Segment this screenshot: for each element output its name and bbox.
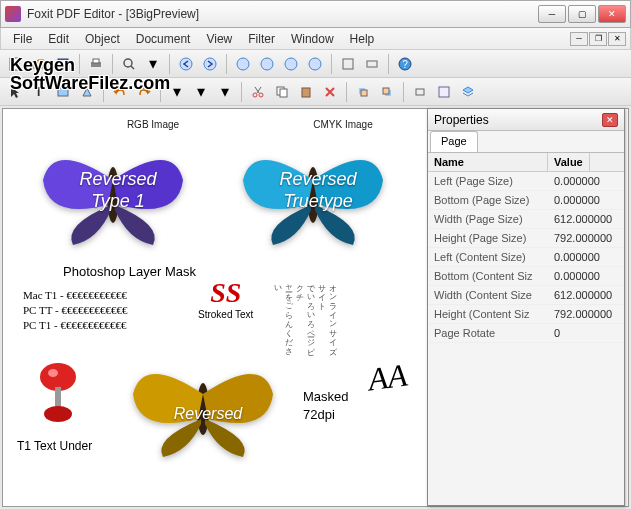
hand-tool-button[interactable]: ▾: [190, 81, 212, 103]
menu-help[interactable]: Help: [342, 30, 383, 48]
property-name: Width (Content Size: [428, 286, 548, 304]
menu-file[interactable]: File: [5, 30, 40, 48]
svg-rect-29: [439, 87, 449, 97]
svg-point-9: [237, 58, 249, 70]
property-row[interactable]: Bottom (Page Size)0.000000: [428, 191, 624, 210]
masked-label: Masked: [303, 389, 349, 404]
property-name: Height (Content Siz: [428, 305, 548, 323]
property-value: 0.000000: [548, 267, 606, 285]
svg-point-10: [261, 58, 273, 70]
svg-point-11: [285, 58, 297, 70]
property-value: 792.000000: [548, 305, 618, 323]
window-titlebar: Foxit PDF Editor - [3BigPreview] ─ ▢ ✕: [0, 0, 631, 28]
property-value: 792.000000: [548, 229, 618, 247]
property-row[interactable]: Height (Content Siz792.000000: [428, 305, 624, 324]
props-header-name: Name: [428, 153, 548, 171]
property-row[interactable]: Left (Page Size)0.000000: [428, 172, 624, 191]
mdi-close-button[interactable]: ✕: [608, 32, 626, 46]
rgb-image-label: RGB Image: [113, 119, 193, 130]
mdi-restore-button[interactable]: ❐: [589, 32, 607, 46]
property-value: 612.000000: [548, 210, 618, 228]
nav-next-button[interactable]: [280, 53, 302, 75]
menu-edit[interactable]: Edit: [40, 30, 77, 48]
zoom-fit-button[interactable]: [337, 53, 359, 75]
close-button[interactable]: ✕: [598, 5, 626, 23]
nav-first-button[interactable]: [232, 53, 254, 75]
photoshop-mask-label: Photoshop Layer Mask: [63, 264, 196, 279]
menu-document[interactable]: Document: [128, 30, 199, 48]
property-value: 0.000000: [548, 248, 606, 266]
property-value: 0: [548, 324, 566, 342]
svg-point-20: [259, 93, 263, 97]
property-row[interactable]: Width (Content Size612.000000: [428, 286, 624, 305]
svg-point-8: [204, 58, 216, 70]
watermark-overlay: Keygen SoftWareFilez.com: [10, 56, 170, 92]
aa-text: AA: [366, 356, 410, 398]
svg-rect-13: [343, 59, 353, 69]
menu-object[interactable]: Object: [77, 30, 128, 48]
property-row[interactable]: Page Rotate0: [428, 324, 624, 343]
layers-button[interactable]: [457, 81, 479, 103]
maximize-button[interactable]: ▢: [568, 5, 596, 23]
property-name: Bottom (Content Siz: [428, 267, 548, 285]
ss-text: SS: [198, 277, 253, 309]
svg-point-35: [44, 406, 72, 422]
property-name: Width (Page Size): [428, 210, 548, 228]
properties-panel-title: Properties: [434, 113, 489, 127]
menu-view[interactable]: View: [198, 30, 240, 48]
nav-prev-button[interactable]: [256, 53, 278, 75]
cut-button[interactable]: [247, 81, 269, 103]
props-header-value: Value: [548, 153, 590, 171]
svg-rect-23: [302, 88, 310, 97]
svg-rect-28: [416, 89, 424, 95]
properties-tab-page[interactable]: Page: [430, 131, 478, 152]
main-area: RGB Image Reversed Type 1 CMYK Image: [0, 106, 631, 509]
svg-rect-34: [55, 387, 61, 407]
app-icon: [5, 6, 21, 22]
pushpin-image: [33, 359, 83, 433]
property-name: Height (Page Size): [428, 229, 548, 247]
properties-button[interactable]: [433, 81, 455, 103]
svg-point-19: [253, 93, 257, 97]
reversed-truetype-text: Reversed Truetype: [268, 169, 368, 212]
property-row[interactable]: Bottom (Content Siz0.000000: [428, 267, 624, 286]
rect-tool-button[interactable]: [409, 81, 431, 103]
pc-tt-text: PC TT - €€€€€€€€€€€€: [23, 304, 127, 316]
help-button[interactable]: ?: [394, 53, 416, 75]
nav-left-button[interactable]: [175, 53, 197, 75]
minimize-button[interactable]: ─: [538, 5, 566, 23]
mdi-minimize-button[interactable]: ─: [570, 32, 588, 46]
property-row[interactable]: Left (Content Size)0.000000: [428, 248, 624, 267]
property-value: 0.000000: [548, 172, 606, 190]
properties-close-button[interactable]: ✕: [602, 113, 618, 127]
menu-filter[interactable]: Filter: [240, 30, 283, 48]
bring-front-button[interactable]: [352, 81, 374, 103]
copy-button[interactable]: [271, 81, 293, 103]
property-value: 612.000000: [548, 286, 618, 304]
send-back-button[interactable]: [376, 81, 398, 103]
svg-rect-22: [280, 89, 287, 97]
stroked-text-label: Stroked Text: [198, 309, 253, 320]
svg-rect-14: [367, 61, 377, 67]
zoom-width-button[interactable]: [361, 53, 383, 75]
note-tool-button[interactable]: ▾: [214, 81, 236, 103]
pc-t1-text: PC T1 - €€€€€€€€€€€€: [23, 319, 126, 331]
property-name: Left (Page Size): [428, 172, 548, 190]
menu-window[interactable]: Window: [283, 30, 342, 48]
svg-point-33: [48, 369, 58, 377]
reversed-type1-text: Reversed Type 1: [68, 169, 168, 212]
svg-point-12: [309, 58, 321, 70]
svg-rect-25: [361, 90, 367, 96]
nav-right-button[interactable]: [199, 53, 221, 75]
reversed-bottom-text: Reversed: [158, 404, 258, 423]
delete-button[interactable]: [319, 81, 341, 103]
t1-under-text: T1 Text Under: [17, 439, 92, 453]
property-row[interactable]: Height (Page Size)792.000000: [428, 229, 624, 248]
property-name: Left (Content Size): [428, 248, 548, 266]
nav-last-button[interactable]: [304, 53, 326, 75]
properties-grid: Name Value Left (Page Size)0.000000Botto…: [428, 153, 624, 343]
property-name: Bottom (Page Size): [428, 191, 548, 209]
paste-button[interactable]: [295, 81, 317, 103]
property-row[interactable]: Width (Page Size)612.000000: [428, 210, 624, 229]
properties-panel: Properties ✕ Page Name Value Left (Page …: [427, 108, 625, 506]
